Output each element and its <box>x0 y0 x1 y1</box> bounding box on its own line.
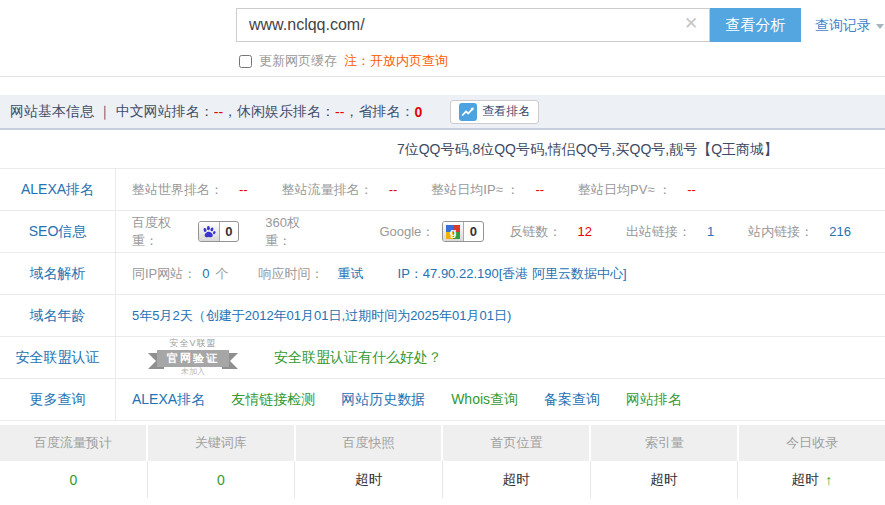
response-time-label: 响应时间： <box>259 265 324 283</box>
domain-age-value: 5年5月2天（创建于2012年01月01日,过期时间为2025年01月01日) <box>132 307 511 325</box>
link-site-rank[interactable]: 网站排名 <box>626 391 682 409</box>
seo-info-row: SEO信息 百度权重： 0 360权重： Google： <box>0 211 885 253</box>
site-title-row: 7位QQ号码,8位QQ号码,情侣QQ号,买QQ号,靓号【Q王商城】 <box>0 130 885 169</box>
daily-pv-label: 整站日均PV≈ ： <box>578 182 671 197</box>
fun-rank-value: -- <box>335 104 344 120</box>
google-pr-value: 0 <box>464 224 483 239</box>
outlinks-value[interactable]: 1 <box>707 224 714 239</box>
seo-row-label: SEO信息 <box>0 211 116 252</box>
province-rank-value: 0 <box>414 104 422 120</box>
alexa-row-label: ALEXA排名 <box>0 169 116 210</box>
same-ip-value[interactable]: 0 <box>202 266 209 281</box>
inner-page-note: 注：开放内页查询 <box>344 52 448 70</box>
separator: ｜ <box>98 103 112 121</box>
query-records-link[interactable]: 查询记录 <box>815 17 884 35</box>
value-baidu-snapshot[interactable]: 超时 <box>294 461 442 498</box>
seo-row-content: 百度权重： 0 360权重： Google： <box>116 211 885 252</box>
link-icp-query[interactable]: 备案查询 <box>544 391 600 409</box>
traffic-rank-pair: 整站流量排名：-- <box>282 181 398 199</box>
backlinks-label: 反链数： <box>510 224 562 239</box>
security-alliance-badge-icon[interactable]: 安全V联盟 官网验证 未加入 <box>132 339 254 377</box>
world-rank-label: 整站世界排名： <box>132 182 223 197</box>
update-cache-checkbox[interactable] <box>239 55 252 68</box>
daily-pv-pair: 整站日均PV≈ ：-- <box>578 181 696 199</box>
province-rank-label: 省排名： <box>358 103 414 121</box>
google-icon: g <box>443 222 464 241</box>
value-keyword-count[interactable]: 0 <box>147 461 295 498</box>
daily-ip-pair: 整站日均IP≈ ：-- <box>431 181 544 199</box>
google-pr-label: Google： <box>379 223 434 241</box>
header-index-count: 索引量 <box>591 425 737 461</box>
alexa-rank-row: ALEXA排名 整站世界排名：-- 整站流量排名：-- 整站日均IP≈ ：-- … <box>0 169 885 211</box>
resolve-row-label: 域名解析 <box>0 253 116 294</box>
today-included-text: 超时 <box>791 471 819 489</box>
value-home-position[interactable]: 超时 <box>442 461 590 498</box>
domain-resolve-row: 域名解析 同IP网站： 0 个 响应时间： 重试 IP：47.90.22.190… <box>0 253 885 295</box>
baidu-weight-value: 0 <box>220 224 239 239</box>
inlinks-value[interactable]: 216 <box>829 224 851 239</box>
baidu-weight-label: 百度权重： <box>132 214 190 250</box>
outlinks-label: 出站链接： <box>626 224 691 239</box>
traffic-rank-label: 整站流量排名： <box>282 182 373 197</box>
value-index-count[interactable]: 超时 <box>590 461 738 498</box>
link-alexa-rank[interactable]: ALEXA排名 <box>132 391 205 409</box>
link-site-history[interactable]: 网站历史数据 <box>341 391 425 409</box>
badge-bottom-text: 未加入 <box>132 368 254 377</box>
header-baidu-snapshot: 百度快照 <box>296 425 442 461</box>
inlinks-label: 站内链接： <box>748 224 813 239</box>
stats-table-header: 百度流量预计 关键词库 百度快照 首页位置 索引量 今日收录 <box>0 425 885 461</box>
line-chart-icon <box>459 103 477 121</box>
value-today-included[interactable]: 超时↑ <box>737 461 885 498</box>
daily-pv-value: -- <box>687 182 696 197</box>
google-pr-badge: g 0 <box>442 221 483 242</box>
domain-age-row: 域名年龄 5年5月2天（创建于2012年01月01日,过期时间为2025年01月… <box>0 295 885 337</box>
outlinks-pair: 出站链接：1 <box>626 223 714 241</box>
baidu-stats-table: 百度流量预计 关键词库 百度快照 首页位置 索引量 今日收录 0 0 超时 超时… <box>0 425 885 498</box>
header-today-included: 今日收录 <box>739 425 885 461</box>
cache-option-row: 更新网页缓存 注：开放内页查询 <box>239 52 448 70</box>
retry-link[interactable]: 重试 <box>338 265 364 283</box>
comma: ， <box>223 103 237 121</box>
cn-rank-label: 中文网站排名： <box>116 103 214 121</box>
alexa-row-content: 整站世界排名：-- 整站流量排名：-- 整站日均IP≈ ：-- 整站日均PV≈ … <box>116 169 885 210</box>
header-baidu-traffic: 百度流量预计 <box>0 425 146 461</box>
inlinks-pair: 站内链接：216 <box>748 223 851 241</box>
world-rank-value: -- <box>239 182 248 197</box>
site-basic-info-header: 网站基本信息 ｜ 中文网站排名：--，休闲娱乐排名：--，省排名：0 查看排名 <box>0 95 885 130</box>
value-baidu-traffic[interactable]: 0 <box>0 461 147 498</box>
badge-top-text: 安全V联盟 <box>132 339 254 349</box>
chevron-down-icon <box>876 24 884 29</box>
same-ip-unit: 个 <box>216 265 229 283</box>
stats-table-values: 0 0 超时 超时 超时 超时↑ <box>0 461 885 498</box>
analyze-button[interactable]: 查看分析 <box>710 8 801 42</box>
baidu-paw-icon <box>199 222 220 241</box>
security-row-content: 安全V联盟 官网验证 未加入 安全联盟认证有什么好处？ <box>116 337 885 378</box>
world-rank-pair: 整站世界排名：-- <box>132 181 248 199</box>
link-whois-query[interactable]: Whois查询 <box>451 391 518 409</box>
up-arrow-icon: ↑ <box>825 472 832 488</box>
link-friend-check[interactable]: 友情链接检测 <box>231 391 315 409</box>
svg-text:g: g <box>450 226 457 238</box>
view-rank-button[interactable]: 查看排名 <box>450 100 539 124</box>
resolve-row-content: 同IP网站： 0 个 响应时间： 重试 IP：47.90.22.190[香港 阿… <box>116 253 885 294</box>
baidu-weight-badge: 0 <box>198 221 239 242</box>
section-title: 网站基本信息 <box>10 103 94 121</box>
url-search-input[interactable] <box>236 8 710 42</box>
so360-weight-label: 360权重： <box>265 214 319 250</box>
age-row-content: 5年5月2天（创建于2012年01月01日,过期时间为2025年01月01日) <box>116 295 885 336</box>
more-queries-row: 更多查询 ALEXA排名 友情链接检测 网站历史数据 Whois查询 备案查询 … <box>0 379 885 421</box>
update-cache-label: 更新网页缓存 <box>259 52 337 70</box>
ip-info-link[interactable]: IP：47.90.22.190[香港 阿里云数据中心] <box>398 265 627 283</box>
age-row-label: 域名年龄 <box>0 295 116 336</box>
security-cert-row: 安全联盟认证 安全V联盟 官网验证 未加入 安全联盟认证有什么好处？ <box>0 337 885 379</box>
clear-input-icon[interactable]: ✕ <box>684 14 698 34</box>
header-keyword-count: 关键词库 <box>148 425 294 461</box>
badge-ribbon-text: 官网验证 <box>157 350 229 367</box>
daily-ip-label: 整站日均IP≈ ： <box>431 182 519 197</box>
view-rank-label: 查看排名 <box>482 103 530 120</box>
cn-rank-value: -- <box>214 104 223 120</box>
security-row-label: 安全联盟认证 <box>0 337 116 378</box>
security-benefit-link[interactable]: 安全联盟认证有什么好处？ <box>274 349 442 367</box>
site-title-link[interactable]: 7位QQ号码,8位QQ号码,情侣QQ号,买QQ号,靓号【Q王商城】 <box>397 141 778 157</box>
daily-ip-value: -- <box>535 182 544 197</box>
